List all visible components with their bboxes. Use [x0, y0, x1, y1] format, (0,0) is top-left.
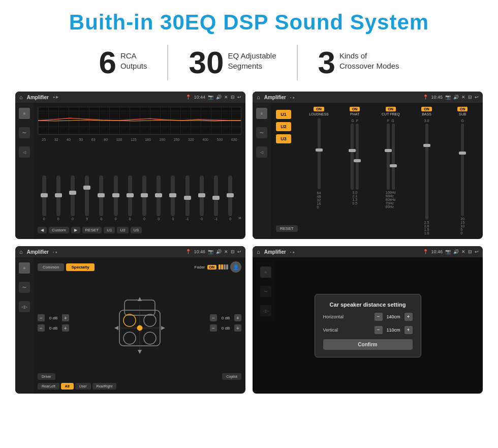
- slider-thumb-11[interactable]: [184, 196, 191, 200]
- u2-btn[interactable]: U2: [276, 122, 291, 131]
- all-btn[interactable]: All: [61, 383, 74, 390]
- next-button[interactable]: ▶: [71, 227, 80, 233]
- horizontal-minus[interactable]: −: [375, 313, 383, 321]
- u3-btn[interactable]: U3: [276, 134, 291, 143]
- cutfreq-on[interactable]: ON: [386, 107, 396, 111]
- slider-thumb-2[interactable]: [55, 193, 62, 197]
- user-btn[interactable]: User: [75, 383, 91, 390]
- slider-thumb-4[interactable]: [83, 186, 90, 190]
- sidebar-vol-icon-2[interactable]: ◁: [256, 146, 267, 158]
- slider-thumb-8[interactable]: [141, 193, 148, 197]
- back-icon-4[interactable]: ↩: [475, 249, 479, 254]
- slider-track-14[interactable]: [228, 175, 232, 216]
- stat-label-eq: EQ AdjustableSegments: [228, 51, 276, 71]
- slider-track-2[interactable]: [56, 175, 60, 216]
- bass-thumb[interactable]: [423, 144, 430, 147]
- profile-icon-3[interactable]: 👤: [230, 261, 241, 273]
- u2-button[interactable]: U2: [117, 227, 128, 233]
- phat-g-thumb[interactable]: [349, 149, 356, 152]
- rearright-btn[interactable]: RearRight: [92, 383, 117, 390]
- db-plus-tl[interactable]: +: [62, 314, 69, 321]
- slider-track-13[interactable]: [214, 175, 218, 216]
- cutfreq-g-thumb[interactable]: [390, 164, 397, 167]
- slider-thumb-12[interactable]: [198, 193, 205, 197]
- fader-on-badge[interactable]: ON: [207, 265, 217, 270]
- loudness-on[interactable]: ON: [314, 107, 324, 111]
- phat-g-slider[interactable]: [351, 124, 354, 190]
- driver-btn[interactable]: Driver: [38, 373, 55, 380]
- sidebar-eq-icon-2[interactable]: ≡: [256, 108, 267, 119]
- phat-on[interactable]: ON: [350, 107, 360, 111]
- slider-thumb-9[interactable]: [155, 193, 162, 197]
- horizontal-plus[interactable]: +: [404, 313, 413, 321]
- slider-track-3[interactable]: [71, 175, 75, 216]
- phat-f-thumb[interactable]: [354, 159, 361, 162]
- slider-thumb-14[interactable]: [227, 193, 234, 197]
- loudness-slider[interactable]: [318, 118, 321, 189]
- reset-btn-2[interactable]: RESET: [276, 225, 298, 232]
- db-plus-bl[interactable]: +: [62, 324, 69, 332]
- slider-thumb-3[interactable]: [69, 191, 76, 195]
- copilot-btn[interactable]: Copilot: [222, 373, 241, 380]
- home-icon-3[interactable]: ⌂: [19, 249, 23, 255]
- bass-on[interactable]: ON: [421, 107, 432, 111]
- slider-track-7[interactable]: [128, 175, 132, 216]
- vertical-minus[interactable]: −: [375, 326, 383, 334]
- loudness-thumb[interactable]: [316, 148, 323, 152]
- vertical-plus[interactable]: +: [404, 326, 413, 334]
- confirm-button[interactable]: Confirm: [323, 339, 413, 350]
- back-icon-3[interactable]: ↩: [237, 249, 241, 254]
- slider-thumb-1[interactable]: [41, 193, 48, 197]
- sidebar-speaker-icon[interactable]: ◁: [19, 146, 30, 158]
- db-minus-tl[interactable]: −: [38, 314, 45, 321]
- slider-track-9[interactable]: [157, 175, 161, 216]
- slider-track-8[interactable]: [142, 175, 146, 216]
- rearleft-btn[interactable]: RearLeft: [38, 383, 59, 390]
- specialty-tab[interactable]: Specialty: [66, 263, 94, 271]
- u1-button[interactable]: U1: [104, 227, 115, 233]
- db-minus-bl[interactable]: −: [38, 324, 45, 332]
- cutfreq-g-slider[interactable]: [392, 124, 395, 190]
- slider-track-6[interactable]: [114, 175, 118, 216]
- home-icon[interactable]: ⌂: [19, 94, 23, 100]
- common-tab[interactable]: Common: [38, 263, 64, 271]
- home-icon-4[interactable]: ⌂: [257, 249, 260, 255]
- sub-on[interactable]: ON: [457, 107, 468, 111]
- home-icon-2[interactable]: ⌂: [257, 94, 260, 100]
- slider-track-12[interactable]: [200, 175, 204, 216]
- back-icon[interactable]: ↩: [237, 95, 241, 100]
- slider-track-5[interactable]: [99, 175, 103, 216]
- db-minus-tr[interactable]: −: [210, 314, 217, 321]
- cutfreq-f-slider[interactable]: [387, 124, 390, 190]
- cutfreq-f-thumb[interactable]: [385, 149, 392, 152]
- u3-button[interactable]: U3: [131, 227, 142, 233]
- db-minus-br[interactable]: −: [210, 324, 217, 332]
- slider-thumb-13[interactable]: [212, 196, 220, 200]
- sub-thumb[interactable]: [459, 152, 466, 155]
- phat-f-slider[interactable]: [356, 124, 359, 190]
- sidebar-eq-icon-3[interactable]: ≡: [19, 262, 30, 274]
- freq-200: 200: [159, 138, 165, 141]
- back-icon-2[interactable]: ↩: [475, 95, 479, 100]
- sidebar-wave-icon-2[interactable]: 〜: [256, 127, 267, 138]
- slider-thumb-6[interactable]: [112, 193, 119, 197]
- sidebar-eq-icon[interactable]: ≡: [19, 108, 30, 119]
- reset-button[interactable]: RESET: [82, 227, 102, 233]
- slider-thumb-7[interactable]: [127, 193, 134, 197]
- sub-slider[interactable]: [461, 124, 464, 216]
- sidebar-arrow-icon-3[interactable]: ◁▷: [19, 301, 30, 312]
- sidebar-wave-icon-3[interactable]: 〜: [19, 282, 30, 293]
- slider-thumb-5[interactable]: [98, 193, 105, 197]
- db-plus-tr[interactable]: +: [234, 314, 241, 321]
- sidebar-wave-icon[interactable]: 〜: [19, 127, 30, 138]
- more-icon[interactable]: »: [238, 215, 241, 221]
- slider-track-1[interactable]: [42, 175, 46, 216]
- prev-button[interactable]: ◀: [38, 227, 47, 233]
- db-plus-br[interactable]: +: [234, 324, 241, 332]
- u1-btn[interactable]: U1: [276, 110, 291, 119]
- slider-track-11[interactable]: [185, 175, 190, 216]
- slider-track-10[interactable]: [171, 175, 175, 216]
- slider-track-4[interactable]: [85, 175, 89, 216]
- slider-thumb-10[interactable]: [169, 193, 176, 197]
- bass-slider[interactable]: [425, 124, 428, 220]
